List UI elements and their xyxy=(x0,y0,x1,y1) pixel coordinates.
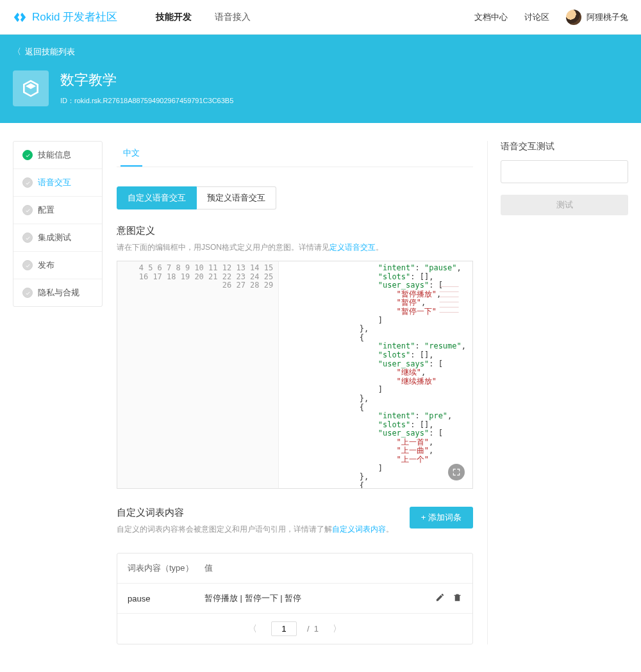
check-icon xyxy=(22,205,33,215)
nav-skill-dev[interactable]: 技能开发 xyxy=(156,8,192,27)
sidebar-item-3[interactable]: 集成测试 xyxy=(13,224,102,252)
minimap-placeholder xyxy=(440,265,460,301)
main-area: 技能信息语音交互配置集成测试发布隐私与合规 中文 自定义语音交互 预定义语音交互… xyxy=(0,123,641,644)
lang-tabs: 中文 xyxy=(117,141,473,167)
page-next[interactable]: 〉 xyxy=(329,622,345,636)
link-docs[interactable]: 文档中心 xyxy=(474,12,508,23)
fullscreen-icon[interactable] xyxy=(448,464,465,480)
check-icon xyxy=(22,233,33,243)
delete-icon[interactable] xyxy=(453,593,462,604)
content-area: 中文 自定义语音交互 预定义语音交互 意图定义 请在下面的编辑框中，用JSON格… xyxy=(117,141,473,644)
page-input[interactable] xyxy=(271,621,297,636)
col-type: 词表内容（type） xyxy=(128,562,204,574)
json-editor[interactable]: 4 5 6 7 8 9 10 11 12 13 14 15 16 17 18 1… xyxy=(117,261,473,489)
table-row: pause 暂停播放 | 暂停一下 | 暂停 xyxy=(117,584,472,613)
check-icon xyxy=(22,288,33,298)
code-body[interactable]: "intent": "pause", "slots": [], "user_sa… xyxy=(279,261,472,488)
logo-icon xyxy=(13,10,27,24)
add-term-button[interactable]: + 添加词条 xyxy=(410,507,473,529)
skill-icon xyxy=(13,70,49,106)
avatar xyxy=(566,10,581,25)
check-icon xyxy=(22,177,33,188)
username: 阿狸桃子兔 xyxy=(587,12,628,23)
sub-header: 〈 返回技能列表 数字教学 ID：rokid.rsk.R27618A887594… xyxy=(0,35,641,123)
back-link[interactable]: 〈 返回技能列表 xyxy=(13,42,628,61)
dict-desc: 自定义的词表内容将会被意图定义和用户语句引用，详情请了解自定义词表内容。 xyxy=(117,524,394,535)
dict-table: 词表内容（type） 值 pause 暂停播放 | 暂停一下 | 暂停 〈 / … xyxy=(117,553,473,644)
link-forum[interactable]: 讨论区 xyxy=(524,12,549,23)
main-nav: 技能开发 语音接入 xyxy=(156,8,474,27)
edit-icon[interactable] xyxy=(435,593,445,604)
sidebar-item-4[interactable]: 发布 xyxy=(13,252,102,279)
chevron-left-icon: 〈 xyxy=(13,46,21,58)
user-menu[interactable]: 阿狸桃子兔 xyxy=(566,10,628,25)
dict-desc-link[interactable]: 自定义词表内容 xyxy=(332,525,386,534)
lang-tab-zh[interactable]: 中文 xyxy=(121,141,142,167)
row-type: pause xyxy=(128,594,204,603)
skill-banner: 数字教学 ID：rokid.rsk.R27618A887594902967459… xyxy=(13,61,628,123)
header-right: 文档中心 讨论区 阿狸桃子兔 xyxy=(474,10,628,25)
sidebar-item-0[interactable]: 技能信息 xyxy=(13,142,102,169)
side-steps: 技能信息语音交互配置集成测试发布隐私与合规 xyxy=(13,141,103,644)
tab-predef-voice[interactable]: 预定义语音交互 xyxy=(197,186,276,209)
intent-heading: 意图定义 xyxy=(117,225,473,237)
check-icon xyxy=(22,150,33,160)
tab-custom-voice[interactable]: 自定义语音交互 xyxy=(117,186,197,209)
skill-id: ID：rokid.rsk.R27618A88759490296745979​1C… xyxy=(60,96,233,106)
col-value: 值 xyxy=(204,562,462,574)
back-label: 返回技能列表 xyxy=(25,46,75,58)
logo-text: Rokid 开发者社区 xyxy=(32,10,117,24)
interaction-tabs: 自定义语音交互 预定义语音交互 xyxy=(117,186,473,209)
test-input[interactable] xyxy=(501,160,628,183)
test-title: 语音交互测试 xyxy=(501,141,628,152)
sidebar-item-2[interactable]: 配置 xyxy=(13,197,102,224)
top-header: Rokid 开发者社区 技能开发 语音接入 文档中心 讨论区 阿狸桃子兔 xyxy=(0,0,641,35)
nav-voice-access[interactable]: 语音接入 xyxy=(215,8,251,27)
line-gutter: 4 5 6 7 8 9 10 11 12 13 14 15 16 17 18 1… xyxy=(117,261,279,488)
test-button[interactable]: 测试 xyxy=(501,195,628,215)
sidebar-item-5[interactable]: 隐私与合规 xyxy=(13,279,102,306)
pagination: 〈 / 1 〉 xyxy=(117,613,472,644)
test-panel: 语音交互测试 测试 xyxy=(487,141,628,644)
page-prev[interactable]: 〈 xyxy=(244,622,261,636)
row-values: 暂停播放 | 暂停一下 | 暂停 xyxy=(204,593,435,604)
logo[interactable]: Rokid 开发者社区 xyxy=(13,10,117,24)
intent-desc: 请在下面的编辑框中，用JSON格式定义用户的意图。详情请见定义语音交互。 xyxy=(117,242,473,253)
dict-table-header: 词表内容（type） 值 xyxy=(117,553,472,584)
dict-heading: 自定义词表内容 xyxy=(117,507,394,519)
sidebar-item-1[interactable]: 语音交互 xyxy=(13,169,102,197)
intent-desc-link[interactable]: 定义语音交互 xyxy=(329,243,376,252)
skill-title: 数字教学 xyxy=(60,70,233,90)
check-icon xyxy=(22,260,33,270)
